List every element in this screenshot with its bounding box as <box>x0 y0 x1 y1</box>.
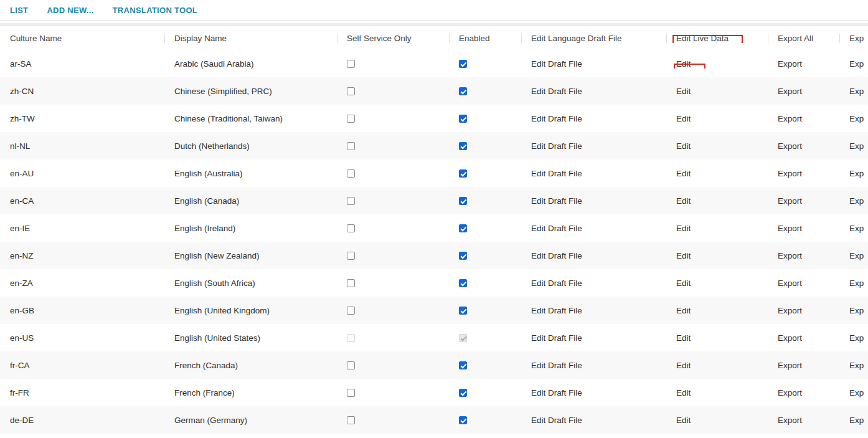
edit-live-data-link[interactable]: Edit <box>676 333 691 343</box>
export-partial-cell: Exp <box>839 87 868 96</box>
self-service-checkbox[interactable] <box>347 197 355 205</box>
export-partial-link[interactable]: Exp <box>849 114 864 123</box>
export-partial-cell: Exp <box>839 224 868 233</box>
self-service-checkbox[interactable] <box>347 115 355 123</box>
export-partial-link[interactable]: Exp <box>849 251 864 260</box>
enabled-checkbox[interactable] <box>459 87 467 95</box>
export-partial-link[interactable]: Exp <box>849 388 864 398</box>
self-service-checkbox[interactable] <box>347 252 355 260</box>
edit-live-data-link[interactable]: Edit <box>676 196 691 206</box>
culture-name-cell: en-US <box>0 333 164 343</box>
edit-draft-file-link[interactable]: Edit Draft File <box>531 251 582 260</box>
export-partial-link[interactable]: Exp <box>849 361 864 370</box>
export-all-link[interactable]: Export <box>778 169 802 178</box>
self-service-checkbox[interactable] <box>347 142 355 150</box>
enabled-checkbox[interactable] <box>459 389 467 397</box>
export-partial-link[interactable]: Exp <box>849 224 864 233</box>
export-all-link[interactable]: Export <box>778 388 802 398</box>
export-all-link[interactable]: Export <box>778 87 802 96</box>
display-name-cell: French (Canada) <box>164 361 337 370</box>
edit-draft-file-link[interactable]: Edit Draft File <box>531 169 582 178</box>
edit-live-data-link[interactable]: Edit <box>676 388 691 398</box>
export-all-link[interactable]: Export <box>778 114 802 123</box>
export-partial-link[interactable]: Exp <box>849 306 864 315</box>
export-all-link[interactable]: Export <box>778 416 802 425</box>
export-partial-link[interactable]: Exp <box>849 416 864 425</box>
enabled-checkbox[interactable] <box>459 361 467 369</box>
display-name-cell: English (Ireland) <box>164 224 337 233</box>
edit-live-data-link[interactable]: Edit <box>676 251 691 260</box>
self-service-checkbox[interactable] <box>347 224 355 232</box>
edit-draft-file-link[interactable]: Edit Draft File <box>531 224 582 233</box>
edit-draft-file-link[interactable]: Edit Draft File <box>531 333 582 343</box>
export-all-link[interactable]: Export <box>778 59 802 69</box>
self-service-checkbox[interactable] <box>347 60 355 68</box>
export-partial-link[interactable]: Exp <box>849 196 864 206</box>
edit-draft-file-link[interactable]: Edit Draft File <box>531 114 582 123</box>
edit-draft-file-link[interactable]: Edit Draft File <box>531 196 582 206</box>
self-service-checkbox[interactable] <box>347 279 355 287</box>
self-service-checkbox[interactable] <box>347 416 355 424</box>
export-partial-link[interactable]: Exp <box>849 87 864 96</box>
edit-live-data-link[interactable]: Edit <box>676 224 691 233</box>
self-service-checkbox[interactable] <box>347 169 355 178</box>
edit-live-data-link[interactable]: Edit <box>676 114 691 123</box>
export-all-link[interactable]: Export <box>778 224 802 233</box>
edit-live-data-link[interactable]: Edit <box>676 169 691 178</box>
enabled-checkbox[interactable] <box>459 416 467 424</box>
edit-live-data-link[interactable]: Edit <box>676 306 691 315</box>
export-all-link[interactable]: Export <box>778 306 802 315</box>
self-service-checkbox[interactable] <box>347 389 355 397</box>
edit-live-data-cell: Edit <box>666 333 768 343</box>
export-partial-link[interactable]: Exp <box>849 59 864 69</box>
edit-live-data-link[interactable]: Edit <box>676 59 691 69</box>
self-service-checkbox[interactable] <box>347 361 355 369</box>
table-row: zh-CN Chinese (Simplified, PRC) Edit Dra… <box>0 77 868 105</box>
edit-live-data-link[interactable]: Edit <box>676 87 691 96</box>
enabled-checkbox[interactable] <box>459 115 467 123</box>
enabled-checkbox[interactable] <box>459 224 467 232</box>
edit-draft-file-link[interactable]: Edit Draft File <box>531 388 582 398</box>
export-all-link[interactable]: Export <box>778 333 802 343</box>
nav-tab-translation-tool[interactable]: TRANSLATION TOOL <box>113 6 197 15</box>
enabled-checkbox[interactable] <box>459 279 467 287</box>
edit-live-data-link[interactable]: Edit <box>676 141 691 151</box>
edit-draft-file-link[interactable]: Edit Draft File <box>531 141 582 151</box>
export-partial-link[interactable]: Exp <box>849 279 864 288</box>
table-body: ar-SA Arabic (Saudi Arabia) Edit Draft F… <box>0 50 868 434</box>
enabled-checkbox[interactable] <box>459 60 467 68</box>
edit-draft-file-link[interactable]: Edit Draft File <box>531 279 582 288</box>
enabled-checkbox[interactable] <box>459 307 467 315</box>
edit-live-data-link[interactable]: Edit <box>676 416 691 425</box>
enabled-checkbox[interactable] <box>459 197 467 205</box>
edit-draft-file-link[interactable]: Edit Draft File <box>531 416 582 425</box>
export-all-link[interactable]: Export <box>778 141 802 151</box>
edit-draft-file-link[interactable]: Edit Draft File <box>531 59 582 69</box>
edit-draft-file-link[interactable]: Edit Draft File <box>531 361 582 370</box>
export-all-link[interactable]: Export <box>778 279 802 288</box>
edit-draft-file-link[interactable]: Edit Draft File <box>531 306 582 315</box>
export-all-link[interactable]: Export <box>778 361 802 370</box>
edit-draft-file-link[interactable]: Edit Draft File <box>531 87 582 96</box>
export-partial-link[interactable]: Exp <box>849 141 864 151</box>
display-name-cell: English (Australia) <box>164 169 337 178</box>
self-service-cell <box>337 87 449 96</box>
edit-live-data-link[interactable]: Edit <box>676 361 691 370</box>
enabled-checkbox[interactable] <box>459 142 467 150</box>
nav-tab-list[interactable]: LIST <box>10 6 28 15</box>
edit-draft-file-cell: Edit Draft File <box>521 114 666 123</box>
culture-name-cell: en-NZ <box>0 251 164 260</box>
export-all-link[interactable]: Export <box>778 196 802 206</box>
export-all-link[interactable]: Export <box>778 251 802 260</box>
self-service-checkbox[interactable] <box>347 307 355 315</box>
column-header-edit-live-data-label: Edit Live Data <box>676 34 729 43</box>
table-row: en-CA English (Canada) Edit Draft File E… <box>0 187 868 214</box>
nav-tab-add-new[interactable]: ADD NEW... <box>47 6 93 15</box>
export-partial-link[interactable]: Exp <box>849 169 864 178</box>
enabled-checkbox[interactable] <box>459 252 467 260</box>
edit-draft-file-cell: Edit Draft File <box>521 141 666 151</box>
edit-live-data-link[interactable]: Edit <box>676 279 691 288</box>
enabled-checkbox[interactable] <box>459 169 467 178</box>
export-partial-link[interactable]: Exp <box>849 333 864 343</box>
self-service-checkbox[interactable] <box>347 87 355 95</box>
